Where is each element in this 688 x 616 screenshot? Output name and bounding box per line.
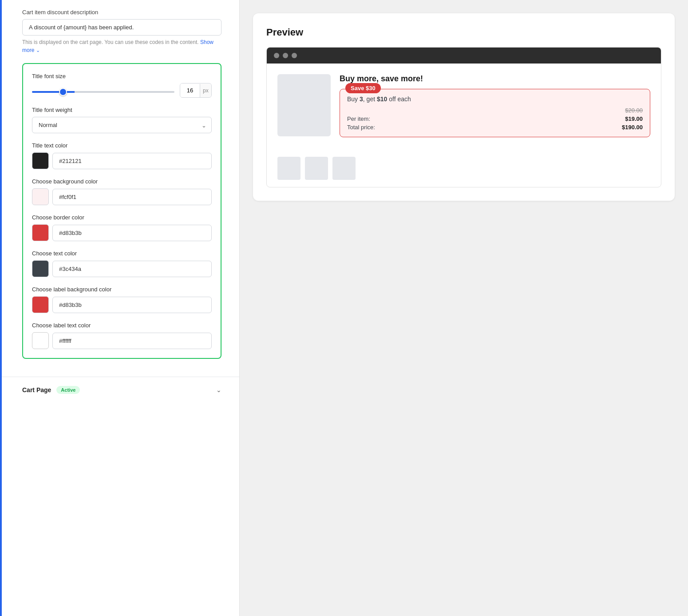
label-bg-color-swatch[interactable] — [32, 296, 49, 313]
show-more-chevron: ⌄ — [36, 48, 40, 53]
bg-color-group: Choose background color — [32, 178, 212, 205]
label-text-color-row — [32, 332, 212, 349]
cart-page-section: Cart Page Active ⌄ — [0, 377, 239, 403]
offer-title: Buy 3, get $10 off each — [347, 95, 643, 103]
label-text-color-input[interactable] — [52, 333, 212, 349]
font-weight-select[interactable]: Thin Light Normal Medium Semi Bold Bold … — [32, 117, 212, 133]
preview-title: Preview — [266, 27, 661, 38]
browser-dot-1 — [274, 53, 279, 58]
right-panel: Preview Buy more, save more! Save $30 Bu… — [240, 0, 688, 616]
left-blue-bar — [0, 0, 2, 616]
browser-content: Buy more, save more! Save $30 Buy 3, get… — [267, 64, 661, 148]
product-thumbnail — [277, 74, 331, 136]
discount-hint: This is displayed on the cart page. You … — [22, 38, 221, 54]
bg-color-swatch[interactable] — [32, 188, 49, 205]
font-size-input-wrap: px — [180, 83, 212, 98]
offer-qty: 3 — [360, 95, 363, 103]
title-text-color-row — [32, 152, 212, 169]
browser-bar — [267, 48, 661, 64]
label-text-color-label: Choose label text color — [32, 322, 212, 329]
discount-description-group: Cart item discount description This is d… — [22, 9, 221, 54]
save-badge: Save $30 — [345, 83, 381, 93]
title-text-color-swatch[interactable] — [32, 152, 49, 169]
title-text-color-group: Title text color — [32, 142, 212, 169]
offer-prices: $20.00 Per item: $19.00 Total price: $19… — [347, 107, 643, 131]
label-bg-color-input[interactable] — [52, 297, 212, 313]
bg-color-label: Choose background color — [32, 178, 212, 185]
font-size-slider[interactable] — [32, 91, 174, 93]
text-color-swatch[interactable] — [32, 260, 49, 277]
product-title: Buy more, save more! — [340, 74, 650, 83]
slider-container — [32, 87, 174, 95]
total-price-row: Total price: $190.00 — [347, 124, 643, 131]
label-text-color-swatch[interactable] — [32, 332, 49, 349]
browser-dot-3 — [292, 53, 297, 58]
border-color-swatch[interactable] — [32, 224, 49, 241]
active-badge: Active — [56, 386, 80, 394]
text-color-group: Choose text color — [32, 250, 212, 277]
border-color-label: Choose border color — [32, 214, 212, 221]
title-font-size-label: Title font size — [32, 73, 212, 79]
label-bg-color-row — [32, 296, 212, 313]
browser-mockup: Buy more, save more! Save $30 Buy 3, get… — [266, 47, 661, 187]
font-size-unit: px — [200, 84, 211, 97]
per-item-row: Per item: $19.00 — [347, 115, 643, 122]
small-thumb-3 — [332, 157, 356, 180]
thumb-row — [267, 157, 661, 187]
per-item-label: Per item: — [347, 115, 370, 122]
title-text-color-label: Title text color — [32, 142, 212, 149]
discount-description-label: Cart item discount description — [22, 9, 221, 16]
border-color-group: Choose border color — [32, 214, 212, 241]
offer-amount: $10 — [377, 95, 387, 103]
border-color-input[interactable] — [52, 225, 212, 241]
text-color-input[interactable] — [52, 261, 212, 277]
styling-section: Title font size px Title font weight T — [22, 63, 221, 359]
label-text-color-group: Choose label text color — [32, 322, 212, 349]
cart-page-left: Cart Page Active — [22, 386, 80, 394]
browser-dot-2 — [283, 53, 288, 58]
cart-page-title: Cart Page — [22, 386, 51, 393]
slider-row: px — [32, 83, 212, 98]
border-color-row — [32, 224, 212, 241]
discount-description-input[interactable] — [22, 19, 221, 36]
label-bg-color-label: Choose label background color — [32, 286, 212, 293]
text-color-label: Choose text color — [32, 250, 212, 257]
product-info: Buy more, save more! Save $30 Buy 3, get… — [340, 74, 650, 137]
total-label: Total price: — [347, 124, 375, 131]
cart-page-chevron[interactable]: ⌄ — [216, 386, 221, 393]
bg-color-row — [32, 188, 212, 205]
font-weight-select-wrap: Thin Light Normal Medium Semi Bold Bold … — [32, 117, 212, 133]
cart-page-row: Cart Page Active ⌄ — [22, 386, 221, 394]
title-text-color-input[interactable] — [52, 153, 212, 169]
total-price: $190.00 — [622, 124, 643, 131]
title-font-weight-label: Title font weight — [32, 107, 212, 113]
left-panel: Cart item discount description This is d… — [0, 0, 240, 616]
bg-color-input[interactable] — [52, 189, 212, 205]
title-font-weight-group: Title font weight Thin Light Normal Medi… — [32, 107, 212, 133]
title-font-size-group: Title font size px — [32, 73, 212, 98]
font-size-input[interactable] — [180, 83, 200, 97]
per-item-price: $19.00 — [625, 115, 643, 122]
label-bg-color-group: Choose label background color — [32, 286, 212, 313]
small-thumb-2 — [305, 157, 328, 180]
text-color-row — [32, 260, 212, 277]
offer-card: Save $30 Buy 3, get $10 off each $20.00 … — [340, 89, 650, 137]
original-price: $20.00 — [347, 107, 643, 114]
preview-card: Preview Buy more, save more! Save $30 Bu… — [253, 13, 675, 201]
small-thumb-1 — [277, 157, 301, 180]
